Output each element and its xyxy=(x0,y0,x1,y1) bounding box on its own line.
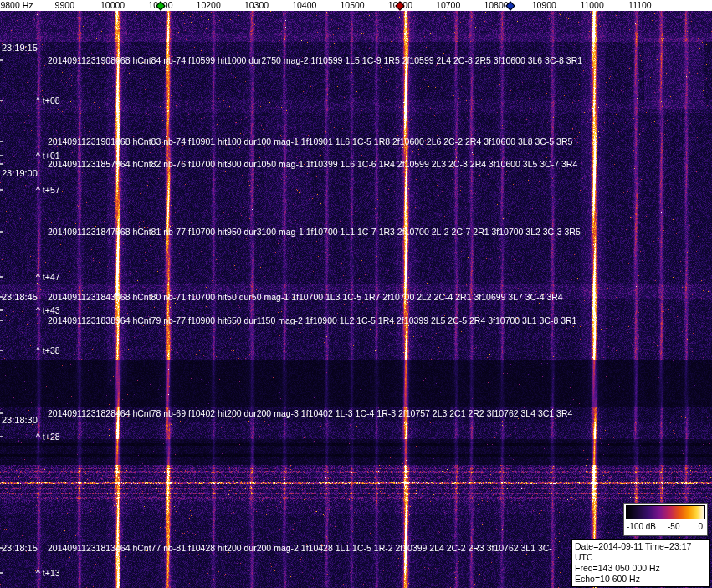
time-offset-mark: ^ t+13 xyxy=(36,569,60,578)
time-label: 23:19:00 xyxy=(2,169,38,178)
left-edge-tick xyxy=(0,141,3,142)
left-edge-tick xyxy=(0,547,3,549)
freq-tick-label: 9900 xyxy=(55,0,74,11)
freq-tick-label: 9800 Hz xyxy=(0,0,33,11)
left-edge-tick xyxy=(0,163,3,165)
time-label: 23:18:30 xyxy=(2,416,38,425)
detection-log-line: 20140911231828464 hCnt78 nb-69 f10402 hi… xyxy=(48,409,572,418)
legend-mid-label: -50 xyxy=(668,522,679,531)
left-edge-tick xyxy=(0,59,3,61)
detection-log-line: 20140911231813464 hCnt77 nb-81 f10428 hi… xyxy=(48,544,552,553)
detection-log-line: 20140911231908668 hCnt84 nb-74 f10599 hi… xyxy=(48,56,582,65)
left-edge-tick xyxy=(0,231,3,233)
status-info-box: Date=2014-09-11 Time=23:17 UTC Freq=143 … xyxy=(571,539,710,587)
time-offset-mark: ^ t+47 xyxy=(36,273,60,282)
left-edge-tick xyxy=(0,100,3,101)
info-station-line: HPHK xyxy=(575,585,707,588)
annotation-overlay: 23:19:1523:19:0023:18:4523:18:3023:18:15… xyxy=(0,0,712,588)
time-offset-mark: ^ t+08 xyxy=(36,96,60,105)
info-freq-line: Freq=143 050 000 Hz xyxy=(575,563,707,574)
freq-tick-label: 11100 xyxy=(628,0,652,11)
left-edge-tick xyxy=(0,350,3,351)
time-label: 23:18:15 xyxy=(2,544,38,553)
left-edge-tick xyxy=(0,320,3,321)
left-edge-tick xyxy=(0,436,3,437)
left-edge-tick xyxy=(0,276,3,278)
left-edge-tick xyxy=(0,155,3,156)
freq-tick-label: 10900 xyxy=(532,0,556,11)
colorbar-gradient xyxy=(626,505,705,519)
colorbar-legend: -100 dB -50 0 xyxy=(623,503,708,536)
left-edge-tick xyxy=(0,309,3,311)
detection-log-line: 20140911231838964 hCnt79 nb-77 f10900 hi… xyxy=(48,316,576,325)
detection-log-line: 20140911231847568 hCnt81 nb-77 f10700 hi… xyxy=(48,228,581,237)
time-label: 23:19:15 xyxy=(2,43,38,53)
info-echo-line: Echo=10 600 Hz xyxy=(575,574,707,585)
left-edge-tick xyxy=(0,189,3,191)
freq-tick-label: 10200 xyxy=(197,0,221,11)
freq-tick-label: 10300 xyxy=(244,0,269,11)
legend-min-label: -100 dB xyxy=(627,522,656,531)
left-edge-tick xyxy=(0,572,3,574)
time-label: 23:18:45 xyxy=(2,293,38,302)
detection-log-line: 20140911231857964 hCnt82 nb-76 f10700 hi… xyxy=(48,160,577,169)
detection-log-line: 20140911231901868 hCnt83 nb-74 f10901 hi… xyxy=(48,137,572,146)
frequency-axis: 9800 Hz990010000101001020010300104001050… xyxy=(0,0,712,11)
time-offset-mark: ^ t+43 xyxy=(36,306,60,315)
detection-log-line: 20140911231843068 hCnt80 nb-71 f10700 hi… xyxy=(48,293,563,302)
freq-tick-label: 10700 xyxy=(436,0,460,11)
time-offset-mark: ^ t+57 xyxy=(36,186,60,195)
time-offset-mark: ^ t+38 xyxy=(36,346,60,355)
legend-max-label: 0 xyxy=(698,522,703,531)
freq-tick-label: 10500 xyxy=(340,0,364,11)
freq-tick-label: 10000 xyxy=(100,0,125,11)
info-date-line: Date=2014-09-11 Time=23:17 UTC xyxy=(575,541,707,563)
freq-tick-label: 11000 xyxy=(580,0,603,11)
left-edge-tick xyxy=(0,412,3,414)
time-offset-mark: ^ t+28 xyxy=(36,432,60,442)
spectrogram-app: 9800 Hz990010000101001020010300104001050… xyxy=(0,0,712,588)
left-edge-tick xyxy=(0,296,3,298)
colorbar-labels: -100 dB -50 0 xyxy=(624,521,707,535)
freq-tick-label: 10400 xyxy=(292,0,316,11)
